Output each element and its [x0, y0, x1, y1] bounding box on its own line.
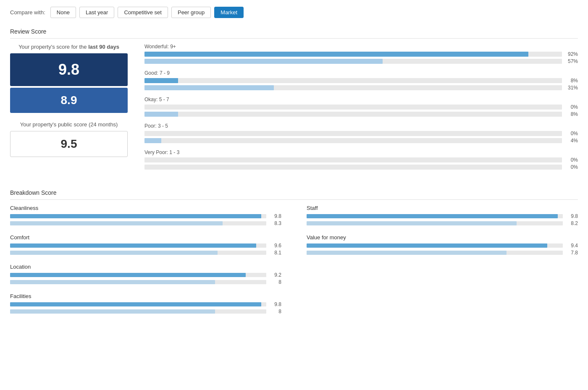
bar-pct-okay-p: 0%: [565, 104, 578, 110]
bar-track: [144, 157, 562, 162]
bar-row-wonderful-primary: 92%: [144, 51, 578, 57]
breakdown-fill-facilities-p: [10, 302, 261, 306]
breakdown-score-location-s: 8: [270, 279, 281, 285]
breakdown-row-staff-p: 9.8: [307, 213, 578, 219]
bar-fill-good-s: [144, 85, 274, 90]
breakdown-cleanliness: Cleanliness 9.8 8.3: [10, 205, 281, 228]
breakdown-fill-comfort-s: [10, 251, 218, 255]
score-90-days-label: Your property's score for the last 90 da…: [10, 44, 128, 50]
breakdown-score-comfort-s: 8.1: [270, 250, 281, 256]
breakdown-label-cleanliness: Cleanliness: [10, 205, 281, 211]
bar-row-good-secondary: 31%: [144, 85, 578, 91]
breakdown-score-cleanliness-p: 9.8: [270, 213, 281, 219]
bar-pct-poor-s: 4%: [565, 138, 578, 144]
breakdown-label-value: Value for money: [307, 234, 578, 241]
bar-pct-poor-p: 0%: [565, 131, 578, 136]
main-score-box: 9.8: [10, 53, 128, 86]
comparison-score-box: 8.9: [10, 88, 128, 113]
breakdown-fill-location-p: [10, 273, 246, 277]
bar-row-verypoor-secondary: 0%: [144, 164, 578, 170]
compare-label: Compare with:: [10, 9, 45, 16]
breakdown-row-staff-s: 8.2: [307, 220, 578, 226]
breakdown-score-facilities-p: 9.8: [270, 301, 281, 307]
bar-pct-wonderful-p: 92%: [565, 51, 578, 57]
bar-pct-good-p: 8%: [565, 78, 578, 84]
bar-pct-verypoor-p: 0%: [565, 157, 578, 163]
compare-btn-competitive-set[interactable]: Competitive set: [118, 7, 168, 18]
bar-label-wonderful: Wonderful: 9+: [144, 44, 578, 50]
bar-fill-good-p: [144, 78, 178, 83]
bar-pct-good-s: 31%: [565, 85, 578, 91]
compare-bar: Compare with: None Last year Competitive…: [10, 7, 578, 18]
public-score-label: Your property's public score (24 months): [10, 121, 128, 128]
compare-btn-none[interactable]: None: [50, 7, 76, 18]
bar-pct-wonderful-s: 57%: [565, 58, 578, 64]
bar-row-okay-primary: 0%: [144, 104, 578, 110]
breakdown-label-facilities: Facilities: [10, 293, 281, 299]
breakdown-staff: Staff 9.8 8.2: [307, 205, 578, 228]
bar-row-poor-primary: 0%: [144, 131, 578, 136]
breakdown-row-cleanliness-p: 9.8: [10, 213, 281, 219]
score-left-panel: Your property's score for the last 90 da…: [10, 44, 128, 176]
bar-fill-wonderful-p: [144, 52, 528, 57]
breakdown-track: [307, 214, 563, 218]
breakdown-score-comfort-p: 9.6: [270, 243, 281, 249]
bar-label-good: Good: 7 - 9: [144, 70, 578, 76]
breakdown-score-staff-p: 9.8: [566, 213, 578, 219]
breakdown-track: [10, 302, 266, 306]
breakdown-score-section: Breakdown Score Cleanliness 9.8 8.3 Staf…: [10, 189, 578, 322]
bar-fill-poor-s: [144, 138, 161, 143]
public-score-box: 9.5: [10, 131, 128, 157]
breakdown-row-facilities-s: 8: [10, 309, 281, 314]
bar-fill-okay-s: [144, 112, 178, 117]
bar-label-okay: Okay: 5 - 7: [144, 97, 578, 102]
breakdown-row-location-s: 8: [10, 279, 281, 285]
breakdown-fill-value-p: [307, 243, 547, 248]
bar-pct-verypoor-s: 0%: [565, 164, 578, 170]
breakdown-score-staff-s: 8.2: [566, 220, 578, 226]
breakdown-row-comfort-p: 9.6: [10, 243, 281, 249]
breakdown-score-location-p: 9.2: [270, 272, 281, 278]
breakdown-score-cleanliness-s: 8.3: [270, 220, 281, 226]
breakdown-track: [10, 309, 266, 314]
compare-btn-peer-group[interactable]: Peer group: [171, 7, 211, 18]
bar-group-wonderful: Wonderful: 9+ 92% 57%: [144, 44, 578, 64]
breakdown-fill-facilities-s: [10, 309, 215, 314]
bar-track: [144, 131, 562, 136]
bar-row-okay-secondary: 8%: [144, 111, 578, 117]
breakdown-fill-staff-s: [307, 221, 517, 225]
bar-row-poor-secondary: 4%: [144, 138, 578, 144]
breakdown-fill-cleanliness-s: [10, 221, 223, 225]
compare-btn-market[interactable]: Market: [214, 7, 244, 18]
bar-group-good: Good: 7 - 9 8% 31%: [144, 70, 578, 91]
bar-track: [144, 59, 562, 64]
bar-group-very-poor: Very Poor: 1 - 3 0% 0%: [144, 149, 578, 170]
breakdown-track: [10, 251, 266, 255]
bar-label-very-poor: Very Poor: 1 - 3: [144, 149, 578, 155]
bar-row-wonderful-secondary: 57%: [144, 58, 578, 64]
bar-row-good-primary: 8%: [144, 78, 578, 84]
breakdown-row-location-p: 9.2: [10, 272, 281, 278]
breakdown-track: [10, 273, 266, 277]
review-score-section: Review Score Your property's score for t…: [10, 28, 578, 176]
breakdown-fill-comfort-p: [10, 243, 256, 248]
breakdown-track: [10, 214, 266, 218]
breakdown-fill-location-s: [10, 280, 215, 284]
breakdown-label-comfort: Comfort: [10, 234, 281, 241]
breakdown-facilities: Facilities 9.8 8: [10, 293, 281, 316]
breakdown-track: [10, 221, 266, 225]
bar-row-verypoor-primary: 0%: [144, 157, 578, 163]
bar-track: [144, 78, 562, 83]
breakdown-fill-value-s: [307, 251, 507, 255]
breakdown-row-value-p: 9.4: [307, 243, 578, 249]
breakdown-row-facilities-p: 9.8: [10, 301, 281, 307]
review-score-header: Review Score: [10, 28, 578, 39]
score-bars-panel: Wonderful: 9+ 92% 57% Good: 7 - 9: [144, 44, 578, 176]
breakdown-score-value-s: 7.8: [566, 250, 578, 256]
compare-btn-last-year[interactable]: Last year: [79, 7, 114, 18]
breakdown-empty-2: [307, 293, 578, 316]
breakdown-comfort: Comfort 9.6 8.1: [10, 234, 281, 257]
breakdown-label-location: Location: [10, 264, 281, 270]
breakdown-row-value-s: 7.8: [307, 250, 578, 256]
breakdown-fill-staff-p: [307, 214, 558, 218]
